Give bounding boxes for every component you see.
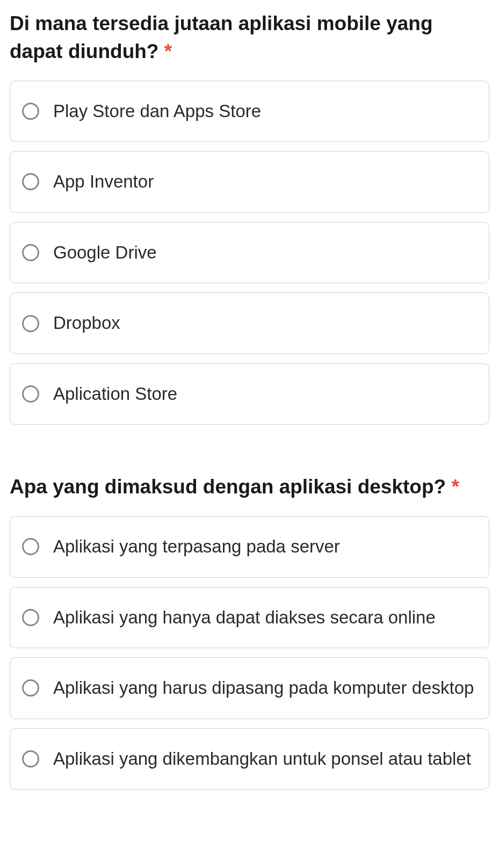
options-group-1: Play Store dan Apps Store App Inventor G… xyxy=(10,81,489,425)
option-label: Google Drive xyxy=(53,241,157,265)
option-label: Aplikasi yang terpasang pada server xyxy=(53,535,340,559)
option-label: Aplikasi yang dikembangkan untuk ponsel … xyxy=(53,747,471,771)
radio-icon xyxy=(22,679,39,697)
radio-icon xyxy=(22,385,39,403)
question-block-1: Di mana tersedia jutaan aplikasi mobile … xyxy=(10,10,489,425)
radio-icon xyxy=(22,315,39,332)
question-label: Di mana tersedia jutaan aplikasi mobile … xyxy=(10,12,433,62)
question-text: Apa yang dimaksud dengan aplikasi deskto… xyxy=(10,473,489,501)
option-label: App Inventor xyxy=(53,170,154,194)
required-mark: * xyxy=(164,40,172,62)
option-label: Aplikasi yang harus dipasang pada komput… xyxy=(53,676,474,700)
option-label: Dropbox xyxy=(53,311,120,335)
option-label: Aplikasi yang hanya dapat diakses secara… xyxy=(53,606,436,630)
option-label: Play Store dan Apps Store xyxy=(53,99,261,124)
option-q2-0[interactable]: Aplikasi yang terpasang pada server xyxy=(10,516,489,578)
options-group-2: Aplikasi yang terpasang pada server Apli… xyxy=(10,516,489,790)
option-q1-1[interactable]: App Inventor xyxy=(10,151,489,213)
radio-icon xyxy=(22,103,39,120)
question-block-2: Apa yang dimaksud dengan aplikasi deskto… xyxy=(10,473,489,790)
option-q1-3[interactable]: Dropbox xyxy=(10,292,489,354)
option-q1-2[interactable]: Google Drive xyxy=(10,222,489,284)
radio-icon xyxy=(22,244,39,261)
option-label: Aplication Store xyxy=(53,382,177,406)
radio-icon xyxy=(22,750,39,767)
option-q2-3[interactable]: Aplikasi yang dikembangkan untuk ponsel … xyxy=(10,728,489,790)
option-q2-2[interactable]: Aplikasi yang harus dipasang pada komput… xyxy=(10,657,489,719)
question-text: Di mana tersedia jutaan aplikasi mobile … xyxy=(10,10,489,66)
radio-icon xyxy=(22,173,39,190)
option-q1-0[interactable]: Play Store dan Apps Store xyxy=(10,81,489,142)
radio-icon xyxy=(22,609,39,626)
question-label: Apa yang dimaksud dengan aplikasi deskto… xyxy=(10,476,446,498)
option-q2-1[interactable]: Aplikasi yang hanya dapat diakses secara… xyxy=(10,587,489,649)
radio-icon xyxy=(22,538,39,555)
required-mark: * xyxy=(451,476,459,498)
option-q1-4[interactable]: Aplication Store xyxy=(10,363,489,425)
